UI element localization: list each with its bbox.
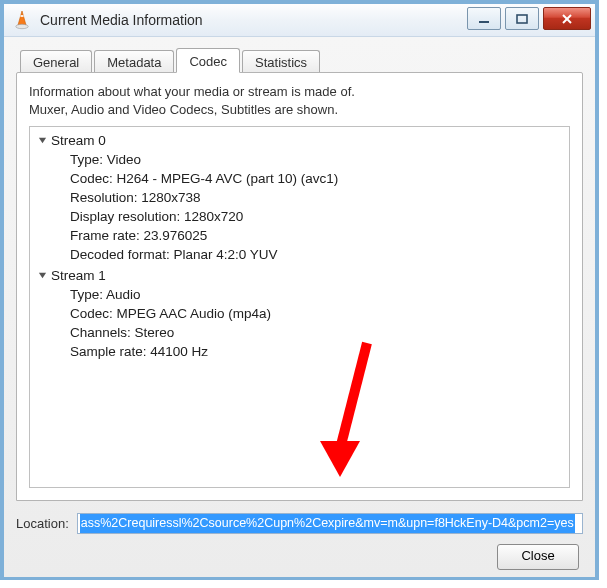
maximize-button[interactable] [505,7,539,30]
tab-general[interactable]: General [20,50,92,73]
stream-properties: Type: Audio Codec: MPEG AAC Audio (mp4a)… [70,285,561,361]
svg-rect-4 [517,15,527,23]
stream-prop: Type: Audio [70,285,561,304]
titlebar: Current Media Information [4,4,595,37]
stream-tree[interactable]: Stream 0 Type: Video Codec: H264 - MPEG-… [29,126,570,488]
dialog-window: Current Media Information General Metada… [0,0,599,580]
stream-node: Stream 0 Type: Video Codec: H264 - MPEG-… [38,133,561,264]
stream-prop: Frame rate: 23.976025 [70,226,561,245]
close-button[interactable]: Close [497,544,579,570]
location-label: Location: [16,516,69,531]
stream-header[interactable]: Stream 0 [38,133,561,148]
stream-properties: Type: Video Codec: H264 - MPEG-4 AVC (pa… [70,150,561,264]
info-line: Muxer, Audio and Video Codecs, Subtitles… [29,101,570,119]
stream-node: Stream 1 Type: Audio Codec: MPEG AAC Aud… [38,268,561,361]
tab-bar: General Metadata Codec Statistics [16,47,583,72]
svg-rect-3 [479,21,489,23]
stream-prop: Type: Video [70,150,561,169]
caret-down-icon [38,136,47,145]
location-value: ass%2Crequiressl%2Csource%2Cupn%2Cexpire… [80,514,575,533]
app-icon [12,10,32,30]
caret-down-icon [38,271,47,280]
minimize-button[interactable] [467,7,501,30]
tab-metadata[interactable]: Metadata [94,50,174,73]
window-controls [467,7,591,30]
stream-prop: Codec: MPEG AAC Audio (mp4a) [70,304,561,323]
stream-title: Stream 0 [51,133,106,148]
dialog-body: General Metadata Codec Statistics Inform… [4,37,595,577]
stream-prop: Sample rate: 44100 Hz [70,342,561,361]
panel-description: Information about what your media or str… [29,83,570,118]
stream-prop: Channels: Stereo [70,323,561,342]
stream-header[interactable]: Stream 1 [38,268,561,283]
stream-prop: Codec: H264 - MPEG-4 AVC (part 10) (avc1… [70,169,561,188]
location-row: Location: ass%2Crequiressl%2Csource%2Cup… [16,513,583,534]
stream-prop: Decoded format: Planar 4:2:0 YUV [70,245,561,264]
svg-rect-1 [21,15,24,17]
svg-point-2 [16,24,28,28]
dialog-buttons: Close [16,544,583,570]
stream-prop: Display resolution: 1280x720 [70,207,561,226]
svg-marker-0 [18,11,26,25]
tab-codec[interactable]: Codec [176,48,240,73]
svg-marker-8 [320,441,360,477]
close-window-button[interactable] [543,7,591,30]
tab-statistics[interactable]: Statistics [242,50,320,73]
location-input[interactable]: ass%2Crequiressl%2Csource%2Cupn%2Cexpire… [77,513,583,534]
stream-title: Stream 1 [51,268,106,283]
info-line: Information about what your media or str… [29,83,570,101]
window-title: Current Media Information [40,12,203,28]
codec-panel: Information about what your media or str… [16,72,583,501]
stream-prop: Resolution: 1280x738 [70,188,561,207]
